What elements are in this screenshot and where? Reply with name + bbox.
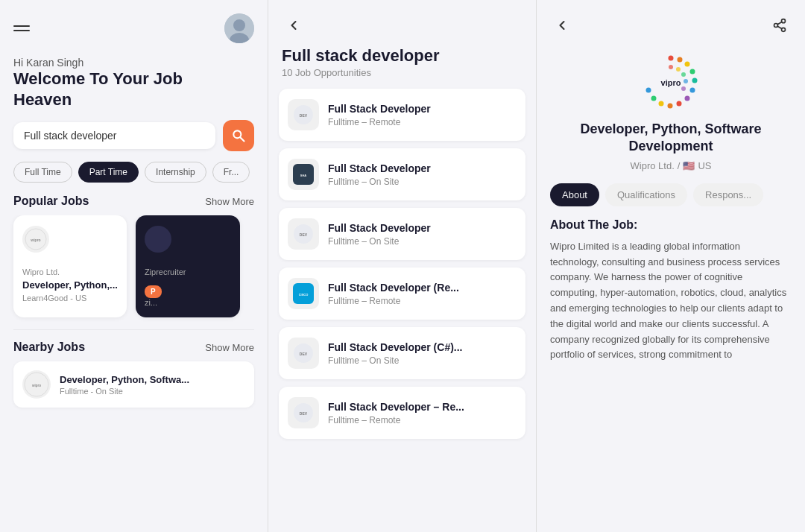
nearby-logo-1: wipro xyxy=(22,370,51,399)
nearby-show-more[interactable]: Show More xyxy=(205,342,254,353)
right-header xyxy=(537,0,805,45)
job-item-6[interactable]: DEV Full Stack Developer – Re... Fulltim… xyxy=(279,387,525,439)
right-company-sub: Wipro Ltd. / 🇺🇸 US xyxy=(631,160,712,171)
right-job-title: Developer, Python, Software Development xyxy=(550,121,792,156)
mid-back-button[interactable] xyxy=(282,13,306,37)
svg-line-24 xyxy=(777,26,782,28)
card1-sub: Learn4Good - US xyxy=(22,294,118,303)
job-item-2[interactable]: SHA Full Stack Developer Fulltime – On S… xyxy=(279,148,525,200)
job-info-3: Full Stack Developer Fulltime – On Site xyxy=(328,222,431,247)
job-sub-5: Fulltime – On Site xyxy=(328,355,463,366)
job-list: DEV Full Stack Developer Fulltime – Remo… xyxy=(268,89,536,439)
popular-header: Popular Jobs Show More xyxy=(0,194,268,215)
left-panel: Hi Karan Singh Welcome To Your Job Heave… xyxy=(0,0,268,532)
svg-point-31 xyxy=(690,88,695,93)
job-info-4: Full Stack Developer (Re... Fulltime – R… xyxy=(328,282,459,306)
right-back-button[interactable] xyxy=(550,13,574,37)
search-row xyxy=(0,120,268,162)
welcome-section: Hi Karan Singh Welcome To Your Job Heave… xyxy=(0,51,268,120)
filter-freelance[interactable]: Fr... xyxy=(212,162,250,183)
filter-parttime[interactable]: Part Time xyxy=(78,162,139,183)
popular-show-more[interactable]: Show More xyxy=(205,196,254,207)
svg-text:SHA: SHA xyxy=(300,174,307,177)
svg-text:DEV: DEV xyxy=(300,232,308,237)
job-title-2: Full Stack Developer xyxy=(328,162,431,174)
svg-text:wipro: wipro xyxy=(31,384,41,387)
svg-point-41 xyxy=(684,79,688,83)
nearby-sub-1: Fulltime - On Site xyxy=(60,387,189,396)
about-text: Wipro Limited is a leading global inform… xyxy=(550,239,792,363)
search-button[interactable] xyxy=(223,120,254,151)
svg-point-29 xyxy=(690,69,695,75)
about-section: About The Job: Wipro Limited is a leadin… xyxy=(537,218,805,363)
job-sub-4: Fulltime – Remote xyxy=(328,296,459,306)
svg-point-36 xyxy=(651,96,657,101)
svg-point-26 xyxy=(669,56,674,61)
job-info-5: Full Stack Developer (C#)... Fulltime – … xyxy=(328,341,463,366)
job-title-4: Full Stack Developer (Re... xyxy=(328,282,459,294)
nearby-item-1[interactable]: wipro Developer, Python, Softwa... Fullt… xyxy=(13,361,254,408)
tab-about[interactable]: About xyxy=(550,183,599,206)
greeting-text: Hi Karan Singh xyxy=(13,57,254,69)
svg-point-39 xyxy=(676,67,681,72)
svg-text:DEV: DEV xyxy=(300,352,308,356)
popular-card-wipro[interactable]: wipro Wipro Ltd. Developer, Python,... L… xyxy=(13,215,127,317)
card2-company: Ziprecruiter xyxy=(145,267,231,276)
popular-title: Popular Jobs xyxy=(13,194,89,208)
svg-point-30 xyxy=(692,78,698,83)
svg-point-33 xyxy=(677,101,682,107)
job-info-2: Full Stack Developer Fulltime – On Site xyxy=(328,162,431,187)
svg-text:wipro: wipro xyxy=(30,238,40,242)
job-sub-1: Fulltime – Remote xyxy=(328,117,431,127)
search-input[interactable] xyxy=(13,122,215,149)
filter-fulltime[interactable]: Full Time xyxy=(13,162,72,183)
filter-internship[interactable]: Internship xyxy=(145,162,206,183)
tabs-row: About Qualifications Respons... xyxy=(537,183,805,218)
tab-qualifications[interactable]: Qualifications xyxy=(605,183,687,206)
mid-subtitle: 10 Job Opportunities xyxy=(282,67,523,78)
nearby-title: Nearby Jobs xyxy=(13,341,85,354)
job-logo-1: DEV xyxy=(288,99,319,130)
nearby-section: wipro Developer, Python, Softwa... Fullt… xyxy=(0,361,268,408)
nearby-header: Nearby Jobs Show More xyxy=(0,341,268,361)
svg-point-1 xyxy=(233,19,245,31)
nearby-info-1: Developer, Python, Softwa... Fulltime - … xyxy=(60,374,189,396)
mid-title-area: Full stack developer 10 Job Opportunitie… xyxy=(268,46,536,89)
svg-point-40 xyxy=(681,72,686,77)
job-item-4[interactable]: CISCO Full Stack Developer (Re... Fullti… xyxy=(279,267,525,320)
left-header xyxy=(0,0,268,51)
svg-point-32 xyxy=(685,96,690,101)
card2-badge: P xyxy=(145,285,162,298)
svg-point-34 xyxy=(668,104,673,109)
job-title-6: Full Stack Developer – Re... xyxy=(328,401,464,413)
job-item-1[interactable]: DEV Full Stack Developer Fulltime – Remo… xyxy=(279,89,525,141)
company-hero: vipro Developer, Python, Software Develo… xyxy=(537,45,805,183)
svg-text:DEV: DEV xyxy=(300,113,308,118)
about-title: About The Job: xyxy=(550,218,792,232)
svg-point-28 xyxy=(685,62,690,67)
zip-logo xyxy=(145,226,171,253)
popular-card-zip[interactable]: Ziprecruiter P zi... xyxy=(136,215,240,317)
middle-panel: Full stack developer 10 Job Opportunitie… xyxy=(268,0,537,532)
svg-line-25 xyxy=(777,22,782,24)
divider1 xyxy=(13,329,254,330)
share-button[interactable] xyxy=(768,13,792,37)
job-sub-6: Fulltime – Remote xyxy=(328,415,464,425)
job-title-3: Full Stack Developer xyxy=(328,222,431,234)
job-title-1: Full Stack Developer xyxy=(328,103,431,115)
job-logo-3: DEV xyxy=(288,218,319,250)
job-logo-2: SHA xyxy=(288,159,319,190)
svg-text:CISCO: CISCO xyxy=(299,293,309,297)
avatar[interactable] xyxy=(224,13,254,43)
svg-point-27 xyxy=(678,57,683,63)
svg-point-38 xyxy=(669,65,673,69)
wipro-logo: wipro xyxy=(22,226,49,253)
job-info-6: Full Stack Developer – Re... Fulltime – … xyxy=(328,401,464,425)
location-flag-icon: 🇺🇸 xyxy=(683,160,695,171)
job-item-5[interactable]: DEV Full Stack Developer (C#)... Fulltim… xyxy=(279,327,525,379)
job-item-3[interactable]: DEV Full Stack Developer Fulltime – On S… xyxy=(279,208,525,260)
tab-responsibilities[interactable]: Respons... xyxy=(693,183,763,206)
card1-title: Developer, Python,... xyxy=(22,279,118,291)
menu-icon[interactable] xyxy=(13,25,30,31)
vipro-logo: vipro xyxy=(641,52,701,112)
